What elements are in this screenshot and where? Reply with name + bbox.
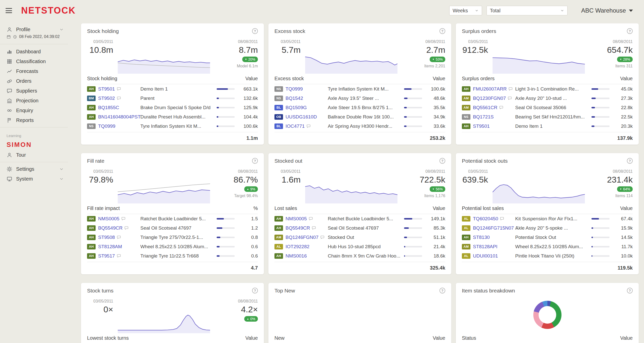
item-code-link[interactable]: BQ1230FGN07 <box>473 96 506 101</box>
dashboard-icon <box>7 49 12 55</box>
item-code-link[interactable]: BQ5561CR <box>473 105 497 110</box>
class-badge: AM <box>274 235 283 240</box>
chevron-down-icon <box>59 177 64 181</box>
sidebar-item-projection[interactable]: Projection <box>0 96 68 106</box>
sidebar-item-tour[interactable]: Tour <box>0 150 68 160</box>
comment-icon[interactable] <box>499 105 503 110</box>
comment-icon[interactable] <box>508 87 513 91</box>
item-value: 11.7k <box>615 244 633 249</box>
item-code-link[interactable]: BQ1509G <box>286 105 307 110</box>
item-code-link[interactable]: BQ1542 <box>286 96 303 101</box>
sidebar-item-classification[interactable]: Classification <box>0 57 68 66</box>
item-code-link[interactable]: NMS0005 <box>98 216 119 222</box>
simon-logo[interactable]: SIMON <box>0 139 68 150</box>
item-code-link[interactable]: BQ1246FG715N07 <box>473 225 514 231</box>
item-code-link[interactable]: BQ1721S <box>473 114 494 120</box>
start-date: 03/05/2011 <box>274 167 301 174</box>
value-bar <box>591 246 610 247</box>
value-bar <box>217 237 235 238</box>
value-bar <box>404 116 422 118</box>
sidebar-item-orders[interactable]: Orders <box>0 76 68 86</box>
stat-subtitle: Items 2,201 <box>424 64 445 68</box>
table-row: AM BQ1230FGN07 Axle Assy 20" 10-stud ...… <box>462 94 633 103</box>
help-icon[interactable]: ? <box>627 28 633 34</box>
item-code-link[interactable]: NMS0016 <box>286 253 307 259</box>
comment-icon[interactable] <box>306 124 311 128</box>
comment-icon[interactable] <box>508 96 512 100</box>
sparkline-chart <box>493 182 585 203</box>
sidebar-item-suppliers[interactable]: Suppliers <box>0 86 68 96</box>
table-row: NS BQ1721S Bearing Set Skf Hm212011/hm..… <box>462 112 633 121</box>
sidebar-item-reports[interactable]: Reports <box>0 115 68 125</box>
profile-menu[interactable]: Profile <box>0 25 68 34</box>
help-icon[interactable]: ? <box>252 28 258 34</box>
measure-select[interactable]: Total <box>487 6 568 15</box>
sidebar-item-settings[interactable]: Settings <box>0 164 68 174</box>
item-code-link[interactable]: TQ6020450 <box>473 216 498 222</box>
table-row: AH ST9501 Demo Item 1 663.1k <box>87 84 258 94</box>
item-code-link[interactable]: UUSDG1610D <box>286 114 317 120</box>
help-icon[interactable]: ? <box>439 158 445 164</box>
item-code-link[interactable]: ST9501 <box>473 123 490 129</box>
item-code-link[interactable]: BQ1855C <box>98 105 119 110</box>
item-value: 34.9k <box>427 114 445 120</box>
table-value-label: Value <box>433 335 445 341</box>
comment-icon[interactable] <box>121 217 126 221</box>
sidebar-nav: Dashboard Classification Forecasts Order… <box>0 47 68 125</box>
item-code-link[interactable]: ST9502 <box>98 96 115 101</box>
sidebar-item-forecasts[interactable]: Forecasts <box>0 66 68 76</box>
help-icon[interactable]: ? <box>252 288 258 293</box>
chat-icon <box>7 88 12 94</box>
item-code-link[interactable]: TQ0999 <box>98 123 115 129</box>
item-code-link[interactable]: TQ0999 <box>286 86 303 92</box>
card-stats: 03/05/20111.6m 08/08/2011722.5k▼56%Items… <box>274 167 445 203</box>
sidebar-item-system[interactable]: System <box>0 174 68 184</box>
comment-icon[interactable] <box>309 217 313 221</box>
comment-icon[interactable] <box>312 226 316 230</box>
comment-icon[interactable] <box>117 87 121 91</box>
item-code-link[interactable]: BN1416048004PST <box>98 114 141 120</box>
help-icon[interactable]: ? <box>252 158 258 164</box>
help-icon[interactable]: ? <box>627 288 633 293</box>
comment-icon[interactable] <box>124 226 129 230</box>
table-label: Fill rate impact <box>87 205 120 211</box>
end-value: 8.7m <box>239 45 258 55</box>
item-code-link[interactable]: ST8128AM <box>98 244 122 249</box>
menu-icon[interactable] <box>6 8 12 13</box>
period-select[interactable]: Weeks <box>449 6 482 15</box>
sidebar-item-dashboard[interactable]: Dashboard <box>0 47 68 57</box>
item-code-link[interactable]: UDUI00101 <box>473 253 498 259</box>
item-code-link[interactable]: ST8130 <box>473 235 490 240</box>
table-row: AM BQ1246FGN07 Stocked Out 51.1k <box>274 233 445 242</box>
item-code-link[interactable]: NMS0005 <box>286 216 307 222</box>
comment-icon[interactable] <box>117 254 121 258</box>
item-code-link[interactable]: IOC4771 <box>286 123 305 129</box>
item-value: 0.8 <box>240 235 258 240</box>
item-code-link[interactable]: ST8128API <box>473 244 497 249</box>
class-badge: AH <box>462 123 470 129</box>
card-table: Fill rate impact% AH NMS0005 Ratchet Buc… <box>87 204 258 271</box>
item-code-link[interactable]: FMU26007ARR <box>473 86 507 92</box>
item-code-link[interactable]: ST9517 <box>98 253 115 259</box>
help-icon[interactable]: ? <box>439 288 445 293</box>
item-code-link[interactable]: BQ5549CR <box>286 225 310 231</box>
table-row: AH BQ1855C Brake Drum Special 5 Spoke D/… <box>87 103 258 112</box>
sidebar-item-enquiry[interactable]: Enquiry <box>0 106 68 115</box>
item-code-link[interactable]: ST9508 <box>98 235 115 240</box>
item-code-link[interactable]: IOT292282 <box>286 244 309 249</box>
comment-icon[interactable] <box>500 217 504 221</box>
card-title: Excess stock <box>274 28 305 34</box>
comment-icon[interactable] <box>320 235 325 239</box>
comment-icon[interactable] <box>117 96 121 100</box>
item-code-link[interactable]: BQ1246FGN07 <box>286 235 318 240</box>
help-icon[interactable]: ? <box>627 158 633 164</box>
trend-icon <box>7 68 12 74</box>
help-icon[interactable]: ? <box>439 28 445 34</box>
item-code-link[interactable]: ST9501 <box>98 86 115 92</box>
table-row: AM BQ5561CR Seal Oil Scotseal 35066 22.8… <box>462 103 633 112</box>
item-code-link[interactable]: BQ5549CR <box>98 225 123 231</box>
class-badge: AL <box>462 253 470 259</box>
warehouse-select[interactable]: ABC Warehouse <box>581 7 633 14</box>
table-value-label: Value <box>245 76 258 81</box>
comment-icon[interactable] <box>117 235 121 239</box>
